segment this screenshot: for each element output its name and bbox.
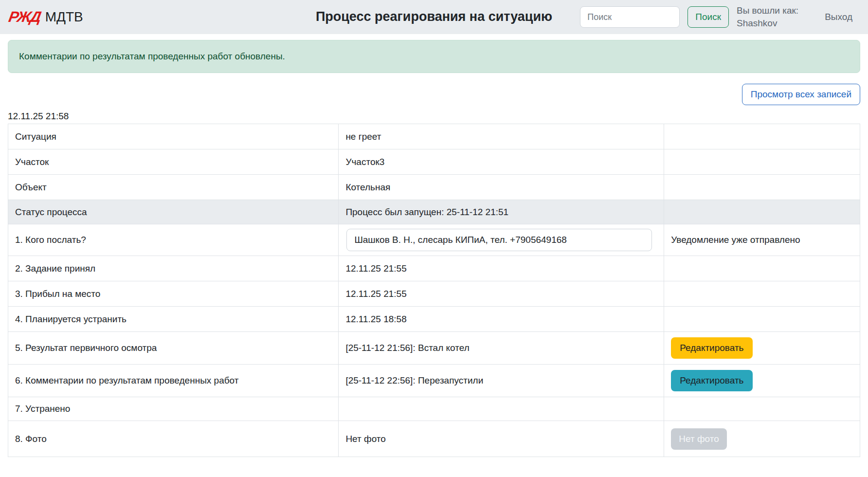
- row-label: 8. Фото: [8, 421, 339, 457]
- row-value: 12.11.25 21:55: [339, 281, 664, 307]
- row-extra: [664, 149, 860, 175]
- logged-in-username: Shashkov: [737, 17, 798, 30]
- table-row-work-comments: 6. Комментарии по результатам проведенны…: [8, 365, 860, 397]
- header-right: Поиск Вы вошли как: Shashkov Выход: [580, 4, 859, 29]
- row-extra: [664, 397, 860, 421]
- row-value: 12.11.25 21:55: [339, 256, 664, 281]
- row-extra: [664, 124, 860, 149]
- view-all-records-button[interactable]: Просмотр всех записей: [742, 84, 860, 105]
- success-alert-text: Комментарии по результатам проведенных р…: [19, 51, 285, 62]
- page-title: Процесс реагирования на ситуацию: [316, 9, 552, 24]
- search-input[interactable]: [580, 6, 680, 28]
- row-extra: Нет фото: [664, 421, 860, 457]
- row-value: [25-11-12 21:56]: Встал котел: [339, 332, 664, 365]
- no-photo-button: Нет фото: [671, 428, 726, 450]
- row-extra: Редактировать: [664, 365, 860, 397]
- table-row-arrived: 3. Прибыл на место 12.11.25 21:55: [8, 281, 860, 307]
- brand-name: МДТВ: [45, 9, 83, 25]
- rzd-logo-icon: РЖД: [7, 8, 42, 26]
- row-extra: [664, 175, 860, 200]
- table-row-situation: Ситуация не греет: [8, 124, 860, 149]
- row-extra: Редактировать: [664, 332, 860, 365]
- table-row-task-accepted: 2. Задание принял 12.11.25 21:55: [8, 256, 860, 281]
- notification-status-text: Уведомление уже отправлено: [664, 224, 860, 256]
- logged-in-prefix: Вы вошли как:: [737, 4, 798, 17]
- row-label: Ситуация: [8, 124, 339, 149]
- table-row-section: Участок Участок3: [8, 149, 860, 175]
- logout-link[interactable]: Выход: [825, 12, 852, 22]
- assignee-select[interactable]: Шашков В. Н., слесарь КИПиА, тел. +79056…: [346, 229, 652, 251]
- row-label: Участок: [8, 149, 339, 175]
- table-row-process-status: Статус процесса Процесс был запущен: 25-…: [8, 200, 860, 224]
- row-value: Котельная: [339, 175, 664, 200]
- row-label: 6. Комментарии по результатам проведенны…: [8, 365, 339, 397]
- table-row-planned-fix: 4. Планируется устранить 12.11.25 18:58: [8, 307, 860, 332]
- row-value: [339, 397, 664, 421]
- row-extra: [664, 281, 860, 307]
- row-value: не греет: [339, 124, 664, 149]
- table-row-initial-inspection: 5. Результат первичного осмотра [25-11-1…: [8, 332, 860, 365]
- row-extra: [664, 256, 860, 281]
- row-label: 4. Планируется устранить: [8, 307, 339, 332]
- photo-status-text: Нет фото: [339, 421, 664, 457]
- logged-in-user: Вы вошли как: Shashkov: [737, 4, 798, 29]
- row-label: 7. Устранено: [8, 397, 339, 421]
- table-row-resolved: 7. Устранено: [8, 397, 860, 421]
- row-value: Шашков В. Н., слесарь КИПиА, тел. +79056…: [339, 224, 664, 256]
- row-extra: [664, 200, 860, 224]
- row-value: Процесс был запущен: 25-11-12 21:51: [339, 200, 664, 224]
- success-alert: Комментарии по результатам проведенных р…: [8, 40, 860, 73]
- row-label: Объект: [8, 175, 339, 200]
- table-row-photo: 8. Фото Нет фото Нет фото: [8, 421, 860, 457]
- toolbar: Просмотр всех записей: [8, 84, 860, 105]
- record-timestamp: 12.11.25 21:58: [8, 111, 860, 122]
- row-value: 12.11.25 18:58: [339, 307, 664, 332]
- row-extra: [664, 307, 860, 332]
- record-table: Ситуация не греет Участок Участок3 Объек…: [8, 124, 860, 457]
- row-label: 5. Результат первичного осмотра: [8, 332, 339, 365]
- table-row-object: Объект Котельная: [8, 175, 860, 200]
- row-label: Статус процесса: [8, 200, 339, 224]
- row-label: 1. Кого послать?: [8, 224, 339, 256]
- logo: РЖД МДТВ: [9, 8, 83, 26]
- row-value: [25-11-12 22:56]: Перезапустили: [339, 365, 664, 397]
- edit-comments-button[interactable]: Редактировать: [671, 370, 752, 391]
- app-header: РЖД МДТВ Процесс реагирования на ситуаци…: [0, 0, 868, 34]
- row-value: Участок3: [339, 149, 664, 175]
- row-label: 3. Прибыл на место: [8, 281, 339, 307]
- row-label: 2. Задание принял: [8, 256, 339, 281]
- edit-inspection-button[interactable]: Редактировать: [671, 337, 752, 359]
- table-row-assignee: 1. Кого послать? Шашков В. Н., слесарь К…: [8, 224, 860, 256]
- search-button[interactable]: Поиск: [687, 6, 729, 28]
